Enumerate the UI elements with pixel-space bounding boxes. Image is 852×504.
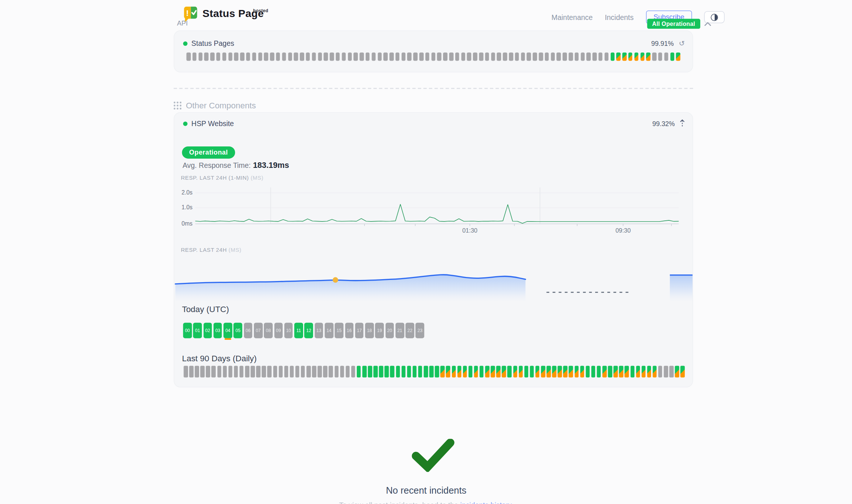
uptime-bar (652, 53, 656, 61)
svg-text:!: ! (186, 9, 189, 18)
hour-block: 01 (193, 323, 202, 338)
svg-text:0ms: 0ms (181, 220, 192, 227)
uptime-bar (424, 366, 428, 377)
hour-block: 05 (234, 323, 242, 338)
uptime-bar (558, 366, 562, 377)
uptime-bar (552, 366, 556, 377)
uptime-bar (473, 53, 477, 61)
hour-block: 14 (325, 323, 333, 338)
uptime-bar (429, 366, 433, 377)
response-time-area-chart (174, 252, 694, 302)
uptime-bar (351, 366, 355, 377)
uptime-bar (551, 53, 555, 61)
uptime-bar (239, 366, 244, 377)
uptime-bar (563, 53, 567, 61)
uptime-bar (329, 366, 333, 377)
uptime-bar (527, 53, 531, 61)
uptime-bar (362, 366, 366, 377)
uptime-bar (610, 53, 614, 61)
uptime-bar (340, 366, 344, 377)
uptime-bar (245, 366, 249, 377)
uptime-bar (425, 53, 429, 61)
uptime-bar (480, 366, 484, 377)
uptime-bar (545, 53, 549, 61)
hour-block: 21 (395, 323, 404, 338)
nav-incidents[interactable]: Incidents (605, 13, 634, 21)
uptime-bar (212, 366, 216, 377)
uptime-bar (676, 53, 680, 61)
svg-text:1.0s: 1.0s (181, 204, 192, 210)
uptime-bar (264, 53, 268, 61)
operational-badge: Operational (182, 146, 235, 159)
chevron-up-icon[interactable] (704, 21, 711, 26)
hour-block: 13 (315, 323, 323, 338)
avg-response-row: Avg. Response Time:183.19ms (182, 161, 289, 170)
uptime-bar (312, 53, 316, 61)
uptime-bar (390, 366, 394, 377)
uptime-bar (206, 366, 210, 377)
chart1-label: RESP. LAST 24H (1-MIN) (MS) (181, 175, 264, 180)
uptime-bar (418, 366, 422, 377)
uptime-bar (383, 53, 388, 61)
incidents-history-line: To view all past incidents, head to the … (0, 501, 852, 504)
hour-block: 16 (345, 323, 353, 338)
uptime-bar (301, 366, 305, 377)
section-title-api: API (177, 19, 188, 27)
uptime-bar (413, 366, 417, 377)
svg-text:2.0s: 2.0s (181, 189, 192, 196)
last90-title: Last 90 Days (Daily) (182, 354, 257, 363)
uptime-bar (574, 53, 578, 61)
hour-block: 07 (254, 323, 262, 338)
uptime-bar (294, 53, 298, 61)
uptime-bar (353, 53, 358, 61)
uptime-bar (547, 366, 551, 377)
nav-maintenance[interactable]: Maintenance (551, 13, 593, 21)
component-name: HSP Website (191, 119, 234, 128)
uptime-bar (357, 366, 361, 377)
uptime-bar (581, 53, 585, 61)
section-divider (174, 88, 693, 89)
hour-block: 20 (385, 323, 394, 338)
overall-status[interactable]: All Operational (647, 19, 711, 29)
status-page: ! Status Page hosted Maintenance Inciden… (0, 0, 852, 504)
uptime-bar (598, 53, 603, 61)
uptime-bar (323, 366, 327, 377)
uptime-bar (616, 53, 620, 61)
hour-block: 03 (214, 323, 222, 338)
brand-name: Status Page hosted (202, 6, 264, 22)
status-badge[interactable]: All Operational (647, 19, 700, 29)
uptime-bar (503, 53, 507, 61)
avg-response-value: 183.19ms (253, 161, 289, 170)
uptime-bar (446, 366, 450, 377)
uptime-bar (509, 53, 513, 61)
uptime-bar (348, 53, 352, 61)
uptime-bar (440, 366, 445, 377)
uptime-bar (647, 366, 651, 377)
uptime-bar (664, 53, 668, 61)
uptime-bar (515, 53, 519, 61)
uptime-bar (279, 366, 283, 377)
uptime-bar (195, 366, 199, 377)
uptime-bar (295, 366, 299, 377)
arrow-up-icon[interactable] (680, 119, 685, 128)
uptime-bar (502, 366, 506, 377)
refresh-icon[interactable]: ↺ (679, 40, 685, 47)
uptime-bar (449, 53, 453, 61)
uptime-bar (619, 366, 623, 377)
uptime-bar (300, 53, 304, 61)
uptime-percent: 99.32% (652, 120, 675, 128)
uptime-bar (306, 366, 311, 377)
uptime-bar (288, 53, 292, 61)
uptime-bar (485, 53, 489, 61)
uptime-bar (634, 53, 638, 61)
hour-block: 00 (183, 323, 192, 338)
uptime-bar (658, 366, 662, 377)
uptime-bar (641, 366, 645, 377)
uptime-bar (373, 366, 378, 377)
uptime-bar (474, 366, 478, 377)
daily-uptime-strip (184, 366, 685, 377)
hour-block: 09 (274, 323, 283, 338)
uptime-bar (467, 53, 471, 61)
incidents-history-link[interactable]: incidents history (460, 501, 511, 504)
uptime-bar (521, 53, 525, 61)
